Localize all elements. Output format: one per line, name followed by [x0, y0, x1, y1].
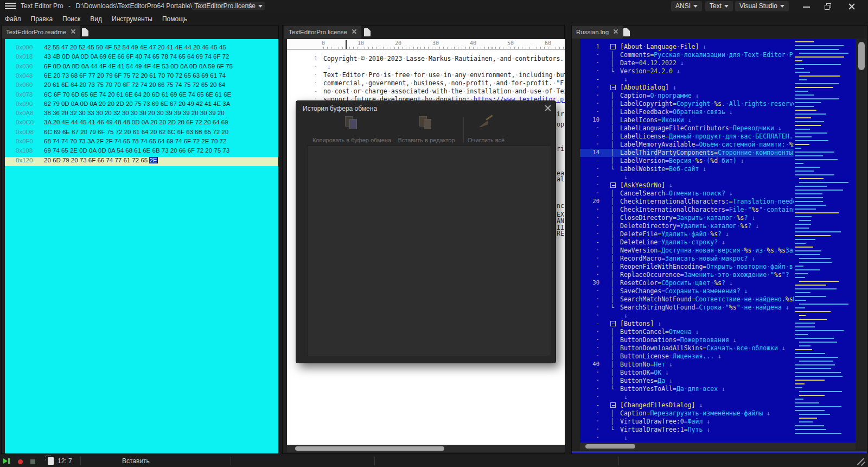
horizontal-scrollbar[interactable] [287, 445, 565, 452]
line-number: - [305, 87, 317, 96]
line-number: · [584, 426, 599, 432]
code-text: [AboutDialog] ↓ [620, 84, 676, 91]
hex-row: 0x0306F 0D 0A 0D 0A 44 4F 4E 41 54 49 4F… [5, 63, 278, 72]
code-minimap[interactable] [794, 39, 856, 443]
file-name-dropdown[interactable]: TextEditorPro.license [192, 2, 265, 10]
minimap-line [795, 117, 811, 118]
code-text: SearchMatchNotFound=Соответствие·не·найд… [620, 295, 808, 303]
minimap-line [795, 292, 810, 293]
vertical-scrollbar[interactable] [857, 39, 866, 453]
lang-code-editor[interactable]: 1[About·Language·File] ↓·│Comments=Русск… [580, 39, 856, 443]
clipboard-history-list[interactable] [307, 146, 551, 356]
fold-guide: │ [610, 409, 618, 417]
fold-guide: └ [610, 385, 618, 393]
close-icon[interactable] [71, 29, 76, 34]
fold-guide: │ [610, 255, 618, 262]
close-icon[interactable] [544, 104, 552, 112]
minimap-line [799, 75, 840, 77]
minimize-button[interactable] [797, 0, 816, 13]
new-document-icon[interactable] [623, 28, 630, 36]
menu-item-Помощь[interactable]: Помощь [157, 13, 192, 25]
line-number: · [584, 255, 599, 261]
minimap-line [795, 300, 806, 301]
minimap-line [799, 262, 832, 263]
code-text: ButtonYesToAll=Да·для·всех ↓ [620, 385, 725, 393]
line-number: · [584, 312, 599, 318]
status-bar: 12: 7 Вставить [0, 455, 868, 467]
line-number: · [584, 67, 599, 74]
close-icon[interactable] [352, 29, 357, 34]
code-text: LabelMemoryAvailable=Объём·системной·пам… [620, 141, 804, 148]
favorite-star-icon[interactable]: ☆ [247, 1, 254, 10]
scrollbar-thumb[interactable] [585, 444, 635, 449]
tab-texteditorpro-readme[interactable]: TextEditorPro.readme [2, 26, 80, 39]
scrollbar-thumb[interactable] [295, 446, 444, 451]
minimap-line [795, 383, 805, 384]
minimap-line [795, 125, 821, 126]
broom-icon [478, 116, 494, 130]
minimap-line [795, 402, 819, 403]
new-document-icon[interactable] [364, 28, 371, 36]
chevron-down-icon [258, 5, 263, 8]
close-button[interactable] [843, 0, 861, 13]
menu-item-Правка[interactable]: Правка [26, 13, 58, 25]
tab-texteditorpro-license[interactable]: TextEditorPro.license [284, 26, 361, 39]
hex-row: 0x0F068 74 74 70 73 3A 2F 2F 74 65 78 74… [5, 138, 278, 147]
maximize-button[interactable] [819, 0, 838, 13]
fold-guide: │ [610, 141, 618, 148]
line-number: · [584, 59, 599, 66]
line-number: 1 [584, 43, 599, 49]
line-number: · [584, 328, 599, 335]
clear-all-button[interactable]: Очистить всё [465, 115, 507, 143]
paste-to-editor-button[interactable]: Вставить в редактор [393, 115, 460, 143]
play-macro-icon[interactable] [3, 458, 8, 464]
menu-item-Файл[interactable]: Файл [0, 13, 26, 25]
line-number: · [584, 84, 599, 90]
fold-guide: │ [610, 295, 618, 303]
line-number: · [584, 222, 599, 229]
minimap-line [795, 136, 812, 137]
close-icon[interactable] [613, 29, 618, 34]
hex-editor[interactable]: 0x00042 55 47 20 52 45 50 4F 52 54 49 4E… [5, 39, 278, 453]
line-number: · [584, 108, 599, 115]
code-text: ResetColor=Сбросить·цвет·%s? ↓ [620, 279, 733, 287]
hex-row: 0x00042 55 47 20 52 45 50 4F 52 54 49 4E… [5, 44, 278, 53]
line-number: 40 [584, 361, 599, 367]
license-text-line: Text·Editor·Pro·is·free·for·use·in·any·e… [323, 71, 565, 79]
theme-dropdown[interactable]: Visual Studio [735, 1, 789, 11]
hex-row: 0x09062 79 0D 0A 0D 0A 20 20 2D 20 75 73… [5, 100, 278, 110]
tab-russian-lng[interactable]: Russian.lng [572, 26, 623, 39]
hex-bytes: 6C 69 6E 67 20 79 6F 75 72 20 61 64 20 6… [44, 129, 228, 135]
new-document-icon[interactable] [82, 28, 88, 36]
line-number: 30 [584, 279, 599, 286]
minimap-line [795, 307, 805, 308]
toolbar-separator [463, 117, 464, 142]
hex-tab-bar: TextEditorPro.readme [2, 26, 278, 39]
record-macro-icon[interactable] [18, 459, 23, 464]
line-number: · [584, 124, 599, 131]
ruler-ticks [323, 47, 565, 49]
minimap-line [799, 178, 824, 179]
hex-bytes: 6F 0D 0A 0D 0A 44 4F 4E 41 54 49 4F 4E 5… [44, 63, 233, 70]
hamburger-menu-icon[interactable] [5, 3, 16, 10]
menu-item-Инструменты[interactable]: Инструменты [107, 13, 157, 25]
filetype-dropdown[interactable]: Text [705, 1, 733, 11]
fold-guide: │ [610, 132, 618, 140]
fold-guide: │ [610, 287, 618, 295]
horizontal-scrollbar[interactable] [580, 443, 856, 450]
scrollbar-thumb[interactable] [858, 42, 865, 70]
hex-row: 0x0D86C 69 6E 67 20 79 6F 75 72 20 61 64… [5, 129, 278, 138]
ruler-caret-indicator [346, 40, 347, 49]
fold-guide: │ [610, 328, 618, 336]
minimap-line [795, 205, 826, 206]
minimap-line [795, 410, 825, 411]
paste-icon [418, 116, 435, 130]
encoding-dropdown[interactable]: ANSI [671, 1, 702, 11]
copy-to-clipboard-button[interactable]: Копировать в буфер обмена [302, 115, 402, 143]
code-text: ButtonNo=Нет ↓ [620, 361, 673, 368]
menu-item-Поиск[interactable]: Поиск [58, 13, 85, 25]
stop-macro-icon[interactable] [30, 459, 35, 464]
menu-item-Вид[interactable]: Вид [85, 13, 107, 25]
code-text: ButtonDownloadAllSkins=Скачать·все·облож… [620, 344, 786, 352]
minimap-line [795, 60, 802, 61]
